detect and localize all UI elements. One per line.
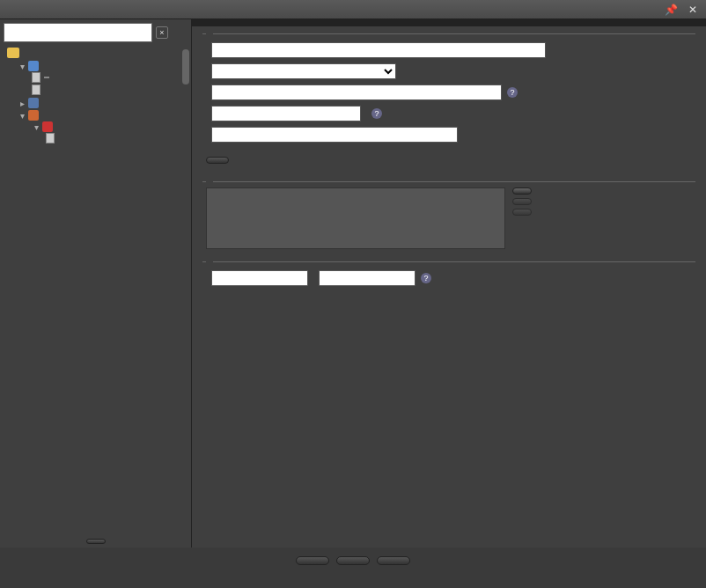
help-icon[interactable]: ? [371,108,382,119]
portrange-fieldset: ? [202,261,695,294]
folder-icon [7,48,19,58]
tree-root[interactable] [4,46,191,60]
tree-item-api-settings[interactable] [32,72,191,83]
cancel-button[interactable] [377,556,410,565]
content-panel: ? ? [192,19,706,548]
edit-button[interactable] [512,198,532,205]
tree-item-api-precautions[interactable] [32,85,191,95]
panel-header [192,19,706,26]
master-client-input[interactable] [211,85,502,100]
titlebar: 📌 ✕ [0,0,706,19]
separator-input[interactable] [211,127,458,143]
timeout-input[interactable] [211,106,361,121]
general-fieldset: ? ? [202,33,695,174]
socket-port-input[interactable] [211,42,546,58]
tree-item-trading-tools[interactable]: ▾ [18,110,191,121]
logging-level-select[interactable] [211,63,396,79]
to-input[interactable] [319,270,416,286]
trusted-ip-list[interactable] [206,187,505,249]
filter-input[interactable] [4,23,152,42]
hidden-options-button[interactable] [86,539,106,544]
dialog-footer [0,548,706,574]
reset-api-button[interactable] [206,157,229,164]
help-icon[interactable]: ? [507,87,518,98]
ok-button[interactable] [296,556,329,565]
close-icon[interactable]: ✕ [685,4,701,16]
apply-button[interactable] [336,556,370,565]
tree-item-display[interactable]: ▸ [18,98,191,108]
tree-item-order-entry-settings[interactable] [46,133,191,143]
scrollbar[interactable] [182,49,189,85]
from-input[interactable] [211,270,308,286]
create-button[interactable] [512,187,532,195]
delete-button[interactable] [512,209,532,216]
sidebar: × ▾ ▸ ▾ ▾ [0,19,192,548]
trusted-fieldset [202,181,695,254]
tree-item-api[interactable]: ▾ [18,61,191,71]
tree-item-label [44,77,49,78]
help-icon[interactable]: ? [421,273,431,283]
config-tree: ▾ ▸ ▾ ▾ [0,46,191,535]
clear-icon[interactable]: × [156,26,168,39]
tree-item-order-entry[interactable]: ▾ [32,121,191,132]
pin-icon[interactable]: 📌 [665,4,678,16]
